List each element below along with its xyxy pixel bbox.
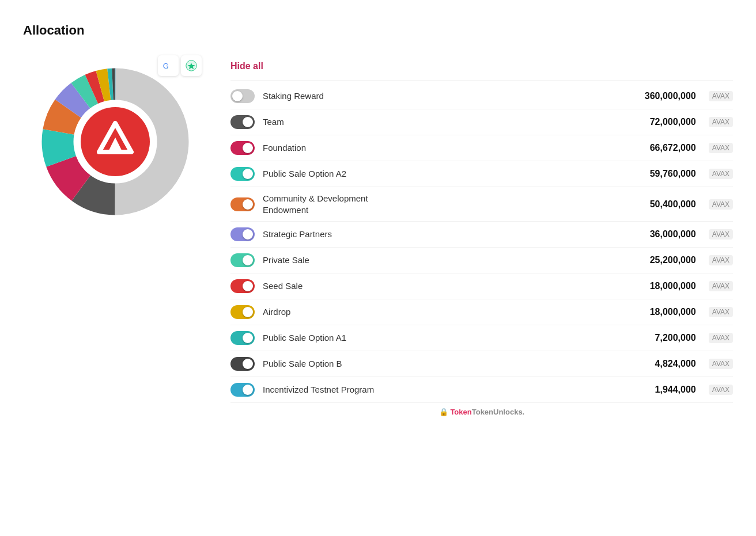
row-unit-private-sale: AVAX [709, 255, 733, 265]
row-label-public-sale-a1: Public Sale Option A1 [263, 332, 647, 344]
row-label-public-sale-b: Public Sale Option B [263, 358, 647, 370]
allocation-row: Airdrop18,000,000AVAX [230, 299, 733, 325]
row-label-staking-reward: Staking Reward [263, 90, 637, 102]
row-value-testnet: 1,944,000 [655, 385, 696, 395]
allocation-row: Public Sale Option A17,200,000AVAX [230, 325, 733, 351]
allocation-row: Seed Sale18,000,000AVAX [230, 273, 733, 299]
row-value-community: 50,400,000 [650, 199, 696, 210]
toggle-public-sale-b[interactable] [230, 357, 255, 371]
row-value-staking-reward: 360,000,000 [645, 91, 696, 101]
toggle-private-sale[interactable] [230, 253, 255, 267]
row-unit-team: AVAX [709, 117, 733, 127]
watermark: 🔒 TokenTokenUnlocks. [230, 408, 733, 416]
row-value-public-sale-a2: 59,760,000 [650, 169, 696, 179]
chart-container: G· [23, 61, 207, 222]
row-value-airdrop: 18,000,000 [650, 307, 696, 317]
row-label-airdrop: Airdrop [263, 306, 642, 318]
row-value-foundation: 66,672,000 [650, 143, 696, 153]
row-label-community: Community & DevelopmentEndowment [263, 193, 642, 215]
row-unit-public-sale-a2: AVAX [709, 169, 733, 179]
allocation-row: Foundation66,672,000AVAX [230, 135, 733, 161]
allocation-row: Community & DevelopmentEndowment50,400,0… [230, 187, 733, 222]
row-label-public-sale-a2: Public Sale Option A2 [263, 168, 642, 180]
allocation-row: Public Sale Option B4,824,000AVAX [230, 351, 733, 377]
google-translate-icon[interactable]: G· [158, 55, 179, 76]
toggle-foundation[interactable] [230, 141, 255, 155]
allocation-row: Staking Reward360,000,000AVAX [230, 83, 733, 109]
row-label-seed-sale: Seed Sale [263, 280, 642, 292]
row-value-strategic: 36,000,000 [650, 229, 696, 240]
row-value-public-sale-a1: 7,200,000 [655, 333, 696, 343]
toggle-seed-sale[interactable] [230, 279, 255, 293]
toggle-public-sale-a2[interactable] [230, 167, 255, 181]
toggle-community[interactable] [230, 197, 255, 211]
row-value-private-sale: 25,200,000 [650, 255, 696, 265]
page-title: Allocation [23, 23, 733, 38]
allocation-list: Staking Reward360,000,000AVAXTeam72,000,… [230, 83, 733, 403]
row-unit-testnet: AVAX [709, 385, 733, 395]
allocation-row: Public Sale Option A259,760,000AVAX [230, 161, 733, 187]
svg-text:·: · [167, 66, 168, 71]
row-unit-public-sale-b: AVAX [709, 359, 733, 369]
row-label-foundation: Foundation [263, 142, 642, 154]
allocation-row: Private Sale25,200,000AVAX [230, 248, 733, 273]
svg-text:▲: ▲ [104, 131, 126, 155]
ai-icon[interactable] [181, 55, 202, 76]
toggle-staking-reward[interactable] [230, 89, 255, 103]
toggle-team[interactable] [230, 115, 255, 129]
row-unit-staking-reward: AVAX [709, 91, 733, 101]
svg-text:G: G [163, 62, 169, 70]
toggle-strategic[interactable] [230, 227, 255, 241]
row-label-private-sale: Private Sale [263, 254, 642, 266]
row-unit-public-sale-a1: AVAX [709, 333, 733, 343]
row-label-strategic: Strategic Partners [263, 229, 642, 240]
row-unit-strategic: AVAX [709, 229, 733, 240]
row-unit-airdrop: AVAX [709, 307, 733, 317]
row-value-team: 72,000,000 [650, 117, 696, 127]
chart-icons: G· [158, 55, 202, 76]
row-unit-seed-sale: AVAX [709, 281, 733, 291]
divider [230, 81, 733, 81]
donut-chart: ▲ [35, 61, 196, 222]
legend-area: Hide all Staking Reward360,000,000AVAXTe… [230, 61, 733, 416]
hide-all-button[interactable]: Hide all [230, 61, 263, 71]
row-unit-community: AVAX [709, 199, 733, 210]
toggle-public-sale-a1[interactable] [230, 331, 255, 345]
toggle-airdrop[interactable] [230, 305, 255, 319]
row-value-public-sale-b: 4,824,000 [655, 359, 696, 369]
content-area: G· [23, 61, 733, 416]
row-label-team: Team [263, 116, 642, 128]
allocation-row: Team72,000,000AVAX [230, 109, 733, 135]
toggle-testnet[interactable] [230, 383, 255, 397]
allocation-row: Incentivized Testnet Program1,944,000AVA… [230, 377, 733, 403]
row-label-testnet: Incentivized Testnet Program [263, 384, 647, 396]
row-unit-foundation: AVAX [709, 143, 733, 153]
allocation-row: Strategic Partners36,000,000AVAX [230, 222, 733, 248]
row-value-seed-sale: 18,000,000 [650, 281, 696, 291]
